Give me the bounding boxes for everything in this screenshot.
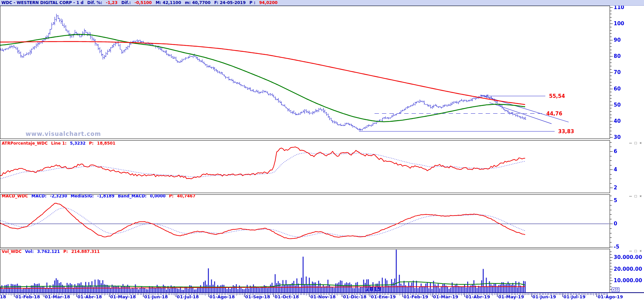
xtick-01-Mar-19: 01-Mar-19 <box>433 294 458 299</box>
session-high: M: 42,1100 <box>156 0 181 5</box>
xtick-01-Feb-19: 01-Feb-19 <box>404 294 428 299</box>
macd-panel-header: MACD_WDC MACD: -2,3230 MediaSIG: -1,8189… <box>2 194 197 198</box>
close-icon[interactable]: × <box>639 141 643 145</box>
xtick-01-Mar-18: 01-Mar-18 <box>45 294 70 299</box>
macd-f2: MediaSIG: <box>71 194 94 198</box>
mid-support-label: 44,76 <box>546 111 562 117</box>
xtick-01-Jul-19: 01-Jul-19 <box>564 294 586 299</box>
atr-panel-header: ATRPorcentaje_WDC Line 1: 5,3232 P: 18,8… <box>2 141 118 146</box>
price-ytick-70: 70 <box>614 69 621 75</box>
xtick-01-Ago-19: 01-Ago-19 <box>598 294 623 299</box>
xtick-01-Jun-19: 01-Jun-19 <box>533 294 556 299</box>
price-ytick-60: 60 <box>614 86 621 92</box>
dif-pct-value: -1,23 <box>106 0 118 5</box>
macd-p-value: 40,7467 <box>177 194 196 198</box>
xtick-01-Nov-18: 01-Nov-18 <box>310 294 335 299</box>
atr-ytick-6: 6 <box>614 148 617 154</box>
chart-canvas[interactable] <box>0 0 644 300</box>
dif-pct-label: Dif. %: <box>87 0 102 5</box>
close-icon[interactable]: × <box>639 249 643 253</box>
atr-ytick-2: 2 <box>614 185 617 191</box>
p-label: P : <box>249 0 255 5</box>
vol-v1: 3.762.121 <box>37 249 60 254</box>
maximize-icon[interactable]: □ <box>634 249 638 253</box>
chart-title-bar: WDC - WESTERN DIGITAL CORP - 1 d Dif. %:… <box>0 0 644 6</box>
macd-f1: MACD: <box>31 194 46 198</box>
xtick-01-May-18: 01-May-18 <box>110 294 136 299</box>
vol-f1: Vol: <box>25 249 34 254</box>
vol-ytick-10.000.00: 10.000.00 <box>614 277 642 284</box>
price-ytick-30: 30 <box>614 134 621 140</box>
atr-p-value: 18,8501 <box>97 141 116 146</box>
vol-ytick-30.000.00: 30.000.00 <box>614 254 642 260</box>
macd-indicator-name: MACD_WDC <box>2 194 28 198</box>
close-icon[interactable]: × <box>639 194 643 198</box>
maximize-icon[interactable]: □ <box>634 194 638 198</box>
maximize-icon[interactable]: □ <box>634 141 638 145</box>
price-ytick-50: 50 <box>614 102 621 108</box>
xtick-01-Ene-19: 01-Ene-19 <box>371 294 396 299</box>
price-ytick-100: 100 <box>614 21 624 27</box>
macd-v2: -1,8189 <box>97 194 114 198</box>
volume-scale-multiplier: x10 <box>612 288 619 292</box>
xtick-01-May-19: 01-May-19 <box>498 294 524 299</box>
atr-indicator-name: ATRPorcentaje_WDC <box>2 141 48 146</box>
p-value: 94,0200 <box>259 0 278 5</box>
vol-p-value: 214.887.311 <box>71 249 100 254</box>
watermark: www.visualchart.com <box>26 130 101 137</box>
xtick-01-Abr-18: 01-Abr-18 <box>77 294 102 299</box>
volume-panel-header: Vol_WDC Vol: 3.762.121 P: 214.887.311 <box>2 249 102 254</box>
xtick-01-Dic-18: 01-Dic-18 <box>343 294 366 299</box>
session-date: F: 24-05-2019 <box>214 0 246 5</box>
vol-ytick-20.000.00: 20.000.00 <box>614 266 642 272</box>
resistance-label: 55,54 <box>549 93 565 99</box>
xtick-01-Sep-18: 01-Sep-18 <box>245 294 270 299</box>
support-label: 33,83 <box>558 128 574 135</box>
macd-v1: -2,3230 <box>50 194 67 198</box>
macd-ytick-0: 0 <box>614 221 617 227</box>
atr-p-label: P: <box>89 141 94 146</box>
dif-value: -0,5100 <box>134 0 152 5</box>
vol-p-label: P: <box>63 249 68 254</box>
macd-v3: 0,0000 <box>150 194 165 198</box>
symbol-title: WDC - WESTERN DIGITAL CORP - 1 d <box>1 0 84 5</box>
vol-indicator-name: Vol_WDC <box>2 249 22 254</box>
xtick-01-Feb-18: 01-Feb-18 <box>15 294 40 299</box>
panel-2-window-controls: —□× <box>627 194 643 198</box>
xtick-01-Ene-18: 01-Ene-18 <box>0 294 6 299</box>
atr-field-label: Line 1: <box>51 141 67 146</box>
atr-ytick-4: 4 <box>614 166 617 173</box>
macd-ytick-5: 5 <box>614 197 617 203</box>
panel-3-window-controls: —□× <box>627 249 643 253</box>
panel-1-window-controls: —□× <box>627 141 643 145</box>
dif-label: Dif.: <box>121 0 131 5</box>
atr-field-value: 5,3232 <box>70 141 86 146</box>
price-ytick-90: 90 <box>614 37 621 43</box>
macd-ytick--5: -5 <box>614 244 619 249</box>
xtick-01-Abr-19: 01-Abr-19 <box>465 294 490 299</box>
xtick-01-Jun-18: 01-Jun-18 <box>144 294 168 299</box>
xtick-01-Ago-18: 01-Ago-18 <box>210 294 235 299</box>
xtick-01-Oct-18: 01-Oct-18 <box>275 294 299 299</box>
session-low: m: 40,7700 <box>185 0 211 5</box>
xtick-01-Jul-18: 01-Jul-18 <box>177 294 199 299</box>
macd-f3: Band_MACD: <box>118 194 147 198</box>
minimize-icon[interactable]: — <box>629 194 633 198</box>
minimize-icon[interactable]: — <box>629 141 633 145</box>
visual-chart-window: WDC - WESTERN DIGITAL CORP - 1 d Dif. %:… <box>0 0 644 300</box>
price-ytick-80: 80 <box>614 53 621 59</box>
macd-p-label: P: <box>169 194 174 198</box>
price-ytick-40: 40 <box>614 118 621 124</box>
minimize-icon[interactable]: — <box>629 249 633 253</box>
